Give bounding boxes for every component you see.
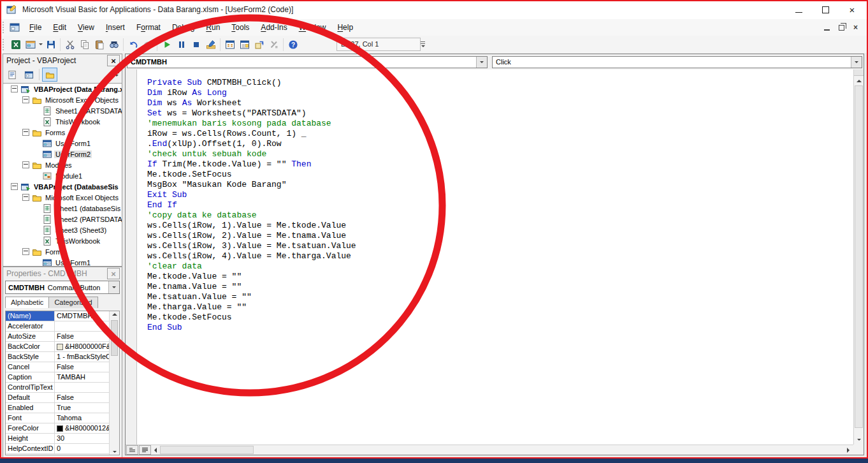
code-editor[interactable]: Private Sub CMDTMBH_Click()Dim iRow As L…: [126, 70, 853, 445]
tree-item-sheet1-partsdata[interactable]: Sheet1 (PARTSDATA): [3, 105, 122, 116]
full-module-view-icon[interactable]: [139, 445, 151, 455]
code-line[interactable]: 'check untuk sebuah kode: [147, 149, 853, 159]
collapse-icon[interactable]: [22, 161, 29, 168]
mdi-close-icon[interactable]: ×: [853, 24, 858, 31]
code-line[interactable]: Me.tharga.Value = "": [147, 302, 853, 312]
break-icon[interactable]: [174, 38, 189, 52]
tab-alphabetic[interactable]: Alphabetic: [5, 297, 49, 308]
properties-scroll-thumb[interactable]: [111, 320, 118, 356]
code-line[interactable]: ws.Cells(iRow, 2).Value = Me.tnama.Value: [147, 231, 853, 241]
collapse-icon[interactable]: [22, 96, 29, 103]
property-row-backcolor[interactable]: BackColor&H8000000F&: [6, 342, 119, 352]
property-row-cancel[interactable]: CancelFalse: [6, 362, 119, 372]
collapse-icon[interactable]: [22, 129, 29, 136]
view-object-icon[interactable]: [21, 68, 36, 82]
properties-close-icon[interactable]: ×: [107, 268, 120, 279]
tree-item-userform2[interactable]: UserForm2: [3, 149, 122, 159]
tree-item-thisworkbook[interactable]: ThisWorkbook: [3, 235, 122, 246]
property-row-controltiptext[interactable]: ControlTipText: [6, 383, 119, 393]
hscroll-thumb[interactable]: [160, 446, 254, 454]
split-handle[interactable]: [854, 70, 864, 76]
reset-icon[interactable]: [189, 38, 203, 52]
property-row-name[interactable]: (Name)CMDTMBH: [6, 311, 119, 321]
project-close-icon[interactable]: ×: [107, 55, 120, 66]
property-row-default[interactable]: DefaultFalse: [6, 393, 119, 403]
code-line[interactable]: Set ws = Worksheets("PARTSDATA"): [147, 108, 853, 119]
insert-userform-icon[interactable]: [23, 38, 38, 52]
property-row-autosize[interactable]: AutoSizeFalse: [6, 332, 119, 342]
redo-icon[interactable]: [140, 38, 155, 52]
tree-item-microsoft-excel-objects[interactable]: Microsoft Excel Objects: [3, 192, 122, 203]
minimize-icon[interactable]: [785, 0, 812, 19]
view-code-icon[interactable]: [4, 68, 20, 82]
tab-categorized[interactable]: Categorized: [48, 297, 98, 308]
object-browser-icon[interactable]: [252, 38, 266, 52]
procedure-view-icon[interactable]: [126, 445, 138, 455]
code-line[interactable]: MsgBox "Masukan Kode Barang": [147, 180, 853, 190]
property-row-font[interactable]: FontTahoma: [6, 413, 119, 423]
menu-help[interactable]: Help: [331, 19, 359, 36]
menu-debug[interactable]: Debug: [166, 19, 200, 36]
menu-format[interactable]: Format: [131, 19, 166, 36]
scroll-down-icon[interactable]: [857, 439, 861, 441]
code-line[interactable]: 'menemukan baris kosong pada database: [147, 119, 853, 129]
menu-file[interactable]: File: [24, 19, 47, 36]
copy-icon[interactable]: [77, 38, 92, 52]
code-vertical-scrollbar[interactable]: [853, 70, 864, 445]
menubar-grip[interactable]: [3, 22, 6, 33]
procedure-dropdown-icon[interactable]: [851, 57, 862, 68]
tree-item-userform1[interactable]: UserForm1: [3, 257, 122, 266]
find-icon[interactable]: [106, 38, 121, 52]
save-icon[interactable]: [43, 38, 58, 52]
code-line[interactable]: 'clear data: [147, 261, 853, 272]
project-explorer-icon[interactable]: [222, 38, 237, 52]
menu-tools[interactable]: Tools: [226, 19, 255, 36]
object-selector[interactable]: CMDTMBH CommandButton: [5, 281, 120, 294]
child-window-icon[interactable]: [10, 22, 20, 33]
collapse-icon[interactable]: [22, 194, 29, 201]
menu-window[interactable]: Window: [293, 19, 332, 36]
tree-item-sheet3-sheet3[interactable]: Sheet3 (Sheet3): [3, 224, 122, 235]
property-row-accelerator[interactable]: Accelerator: [6, 321, 119, 332]
properties-scrollbar[interactable]: [109, 311, 119, 455]
properties-window-icon[interactable]: [237, 38, 252, 52]
property-row-backstyle[interactable]: BackStyle1 - fmBackStyleOpaque: [6, 352, 119, 362]
undo-icon[interactable]: [126, 38, 140, 52]
code-line[interactable]: iRow = ws.Cells(Rows.Count, 1) _: [147, 129, 853, 139]
menu-run[interactable]: Run: [200, 19, 226, 36]
toolbox-icon[interactable]: [266, 38, 281, 52]
scroll-left-icon[interactable]: [151, 445, 160, 455]
code-line[interactable]: Private Sub CMDTMBH_Click(): [147, 78, 853, 88]
code-line[interactable]: Dim ws As Worksheet: [147, 98, 853, 108]
project-toolbar-options-icon[interactable]: [113, 73, 120, 77]
collapse-icon[interactable]: [11, 85, 18, 92]
mdi-minimize-icon[interactable]: [824, 25, 830, 31]
tree-item-userform1[interactable]: UserForm1: [3, 138, 122, 149]
menu-edit[interactable]: Edit: [47, 19, 72, 36]
code-line[interactable]: Exit Sub: [147, 190, 853, 200]
collapse-icon[interactable]: [11, 183, 18, 190]
tree-item-sheet1-databasesis[interactable]: Sheet1 (databaseSis: [3, 203, 122, 214]
code-horizontal-scrollbar[interactable]: [126, 445, 853, 455]
vscroll-thumb[interactable]: [855, 85, 863, 428]
tree-item-microsoft-excel-objects[interactable]: Microsoft Excel Objects: [3, 94, 122, 105]
code-line[interactable]: End Sub: [147, 323, 853, 333]
code-line[interactable]: ws.Cells(iRow, 3).Value = Me.tsatuan.Val…: [147, 241, 853, 251]
object-dropdown-icon[interactable]: [476, 57, 487, 68]
toolbar-grip[interactable]: [3, 39, 6, 50]
paste-icon[interactable]: [92, 38, 106, 52]
code-line[interactable]: .End(xlUp).Offset(1, 0).Row: [147, 139, 853, 149]
toolbar-options-icon[interactable]: [419, 38, 427, 50]
help-icon[interactable]: ?: [286, 38, 300, 52]
object-dropdown[interactable]: CMDTMBH: [127, 56, 488, 68]
tree-item-vbaproject-data-barang-xlsm[interactable]: VBAProject (Data Barang.xlsm): [3, 84, 122, 94]
object-selector-dropdown-icon[interactable]: [108, 281, 119, 293]
property-row-caption[interactable]: CaptionTAMBAH: [6, 372, 119, 383]
code-line[interactable]: Me.tkode.SetFocus: [147, 170, 853, 180]
scroll-up-icon[interactable]: [857, 80, 862, 82]
view-excel-icon[interactable]: [8, 38, 23, 52]
mdi-restore-icon[interactable]: [839, 25, 844, 31]
run-icon[interactable]: [159, 38, 174, 52]
collapse-icon[interactable]: [22, 248, 29, 255]
tree-item-modules[interactable]: Modules: [3, 159, 122, 170]
